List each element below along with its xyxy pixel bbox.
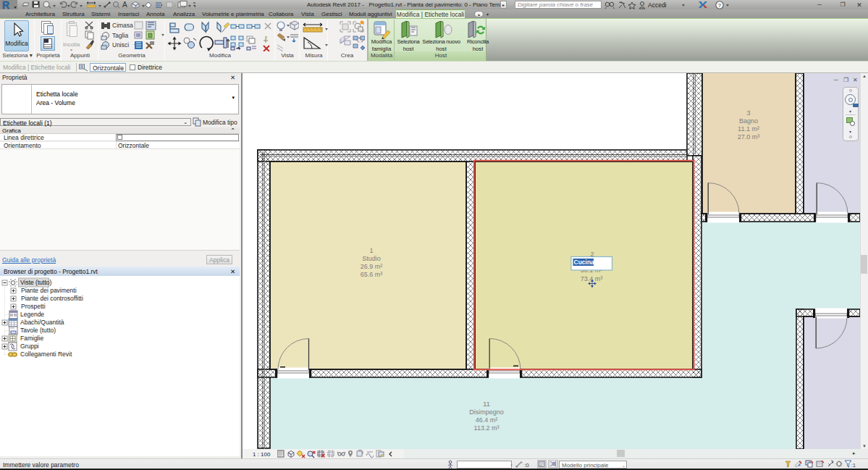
svg-text:46.4 m²: 46.4 m² [476,416,498,424]
svg-text:Disimpegno: Disimpegno [469,408,504,416]
svg-text:Bagno: Bagno [739,117,758,125]
svg-text:Cimasa: Cimasa [112,22,133,29]
svg-text::0: :0 [524,462,529,469]
svg-text:Abachi/Quantità: Abachi/Quantità [20,319,64,326]
svg-text:Collegamenti Revit: Collegamenti Revit [20,351,72,358]
svg-text:Unisci: Unisci [112,41,129,49]
svg-text:11.1 m²: 11.1 m² [738,125,759,133]
svg-text:26.9 m²: 26.9 m² [361,263,383,270]
svg-text:A: A [122,1,127,9]
svg-text:Studio: Studio [362,255,381,262]
svg-text:R: R [2,0,9,9]
svg-text:27.0 m³: 27.0 m³ [738,133,760,140]
svg-text:Legende: Legende [20,311,44,318]
svg-text:Modifica: Modifica [5,40,28,47]
svg-text:Accedi: Accedi [648,1,667,9]
svg-text:65.6 m³: 65.6 m³ [361,271,383,278]
svg-text:Gruppi: Gruppi [20,343,39,350]
svg-text:Taglia: Taglia [112,32,128,39]
svg-text:Prospetti: Prospetti [21,303,46,310]
svg-text:Famiglie: Famiglie [20,335,43,342]
svg-text:?: ? [718,2,722,9]
svg-text:3: 3 [746,109,750,117]
svg-text::1: :1 [851,463,856,468]
svg-text:Tavole (tutto): Tavole (tutto) [20,327,56,334]
svg-text:11: 11 [483,400,489,408]
svg-text:Cucina: Cucina [574,259,595,266]
svg-text:113.2 m³: 113.2 m³ [474,424,500,432]
svg-text:Piante dei pavimenti: Piante dei pavimenti [21,287,77,294]
svg-text:Piante dei controsoffitti: Piante dei controsoffitti [21,295,83,302]
svg-text:1: 1 [369,247,373,254]
svg-text:Viste (tutto): Viste (tutto) [20,279,51,286]
